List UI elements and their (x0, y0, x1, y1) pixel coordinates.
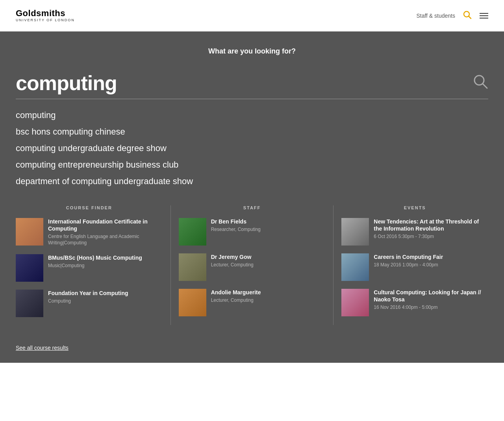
event-text-3: Cultural Computing: Looking for Japan //… (374, 289, 488, 310)
suggestion-item[interactable]: computing (16, 107, 488, 124)
logo-subtitle: University of London (16, 18, 75, 22)
suggestion-item[interactable]: computing undergraduate degree show (16, 140, 488, 157)
course-text-3: Foundation Year in Computing Computing (48, 290, 163, 305)
staff-role-1: Researcher, Computing (211, 227, 326, 233)
event-item-1[interactable]: New Tendencies: Art at the Threshold of … (341, 218, 488, 246)
staff-column: STAFF Dr Ben Fields Researcher, Computin… (171, 205, 334, 325)
search-icon[interactable] (463, 11, 472, 21)
site-header: Goldsmiths University of London Staff & … (0, 0, 504, 31)
event-thumb-1 (341, 218, 369, 246)
staff-text-3: Andolie Marguerite Lecturer, Computing (211, 289, 326, 304)
event-title-1: New Tendencies: Art at the Threshold of … (374, 218, 488, 232)
event-text-1: New Tendencies: Art at the Threshold of … (374, 218, 488, 239)
search-submit-icon[interactable] (472, 74, 488, 93)
event-title-2: Careers in Computing Fair (374, 253, 488, 260)
event-item-3[interactable]: Cultural Computing: Looking for Japan //… (341, 289, 488, 316)
course-text-1: International Foundation Certificate in … (48, 218, 163, 246)
svg-line-3 (483, 84, 487, 88)
suggestion-item[interactable]: department of computing undergraduate sh… (16, 173, 488, 190)
event-date-1: 6 Oct 2016 5:30pm - 7:30pm (374, 234, 488, 239)
course-subtitle-3: Computing (48, 298, 163, 305)
event-date-3: 16 Nov 2016 4:00pm - 5:00pm (374, 305, 488, 310)
events-column: EVENTS New Tendencies: Art at the Thresh… (334, 205, 488, 325)
course-finder-column: COURSE FINDER International Foundation C… (16, 205, 170, 325)
suggestion-item[interactable]: computing entrepreneurship business club (16, 157, 488, 173)
course-title-3: Foundation Year in Computing (48, 290, 163, 297)
events-header: EVENTS (341, 205, 488, 210)
course-finder-header: COURSE FINDER (16, 205, 163, 210)
search-query-display: computing (16, 71, 117, 95)
course-thumb-3 (16, 290, 43, 317)
staff-text-1: Dr Ben Fields Researcher, Computing (211, 218, 326, 233)
suggestion-item[interactable]: bsc hons computing chinese (16, 124, 488, 140)
course-item-3[interactable]: Foundation Year in Computing Computing (16, 290, 163, 317)
event-thumb-2 (341, 253, 369, 281)
results-columns: COURSE FINDER International Foundation C… (16, 205, 488, 325)
event-date-2: 18 May 2016 1:00pm - 4:00pm (374, 262, 488, 268)
staff-thumb-3 (179, 289, 206, 316)
course-item-2[interactable]: BMus/BSc (Hons) Music Computing Music|Co… (16, 254, 163, 282)
course-item-1[interactable]: International Foundation Certificate in … (16, 218, 163, 246)
svg-line-1 (469, 16, 471, 18)
results-section: COURSE FINDER International Foundation C… (0, 198, 504, 341)
logo[interactable]: Goldsmiths University of London (16, 9, 75, 22)
staff-thumb-2 (179, 253, 206, 281)
hamburger-menu-icon[interactable] (480, 13, 488, 18)
suggestions-list: computingbsc hons computing chinesecompu… (16, 99, 488, 198)
staff-item-2[interactable]: Dr Jeremy Gow Lecturer, Computing (179, 253, 326, 281)
staff-students-link[interactable]: Staff & students (416, 13, 455, 19)
staff-text-2: Dr Jeremy Gow Lecturer, Computing (211, 253, 326, 268)
staff-item-3[interactable]: Andolie Marguerite Lecturer, Computing (179, 289, 326, 316)
staff-header: STAFF (179, 205, 326, 210)
staff-name-1: Dr Ben Fields (211, 218, 326, 225)
course-thumb-1 (16, 218, 43, 246)
course-text-2: BMus/BSc (Hons) Music Computing Music|Co… (48, 254, 163, 269)
see-all-courses-link[interactable]: See all course results (0, 341, 504, 363)
event-text-2: Careers in Computing Fair 18 May 2016 1:… (374, 253, 488, 268)
course-title-1: International Foundation Certificate in … (48, 218, 163, 232)
staff-role-3: Lecturer, Computing (211, 297, 326, 304)
course-subtitle-2: Music|Computing (48, 263, 163, 269)
staff-item-1[interactable]: Dr Ben Fields Researcher, Computing (179, 218, 326, 246)
search-section: What are you looking for? computing comp… (0, 31, 504, 198)
event-thumb-3 (341, 289, 369, 316)
search-prompt: What are you looking for? (16, 47, 488, 55)
logo-title: Goldsmiths (16, 9, 75, 18)
course-thumb-2 (16, 254, 43, 282)
event-title-3: Cultural Computing: Looking for Japan //… (374, 289, 488, 303)
header-right: Staff & students (416, 11, 488, 21)
see-all-label: See all course results (16, 345, 69, 351)
search-bar[interactable]: computing (16, 71, 488, 99)
staff-name-3: Andolie Marguerite (211, 289, 326, 296)
course-title-2: BMus/BSc (Hons) Music Computing (48, 254, 163, 261)
event-item-2[interactable]: Careers in Computing Fair 18 May 2016 1:… (341, 253, 488, 281)
staff-role-2: Lecturer, Computing (211, 262, 326, 268)
staff-name-2: Dr Jeremy Gow (211, 253, 326, 260)
staff-thumb-1 (179, 218, 206, 246)
course-subtitle-1: Centre for English Language and Academic… (48, 234, 163, 246)
